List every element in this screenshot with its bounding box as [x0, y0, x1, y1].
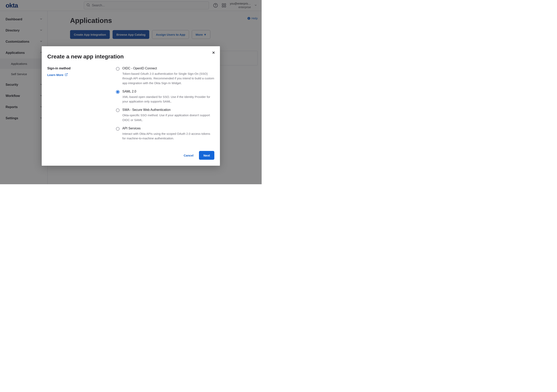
- close-button[interactable]: [212, 51, 215, 56]
- next-button[interactable]: Next: [199, 151, 214, 160]
- signin-method-label: Sign-in method: [47, 67, 109, 70]
- learn-more-text: Learn More: [47, 73, 64, 77]
- radio-option-swa[interactable]: SWA - Secure Web Authentication Okta-spe…: [116, 108, 214, 122]
- radio-icon: [116, 67, 120, 71]
- radio-desc: Interact with Okta APIs using the scoped…: [122, 131, 214, 141]
- learn-more-link[interactable]: Learn More: [47, 73, 68, 77]
- modal-body: Sign-in method Learn More OIDC - OpenID …: [47, 67, 214, 141]
- radio-desc: Okta-specific SSO method. Use if your ap…: [122, 113, 214, 122]
- modal-footer: Cancel Next: [47, 151, 214, 160]
- radio-icon: [116, 90, 120, 94]
- radio-desc: Token-based OAuth 2.0 authentication for…: [122, 71, 214, 85]
- radio-title: SAML 2.0: [122, 90, 214, 93]
- radio-title: SWA - Secure Web Authentication: [122, 108, 214, 112]
- radio-option-api-services[interactable]: API Services Interact with Okta APIs usi…: [116, 127, 214, 141]
- modal-overlay: Create a new app integration Sign-in met…: [0, 0, 262, 184]
- radio-title: OIDC - OpenID Connect: [122, 67, 214, 70]
- modal-title: Create a new app integration: [47, 53, 214, 60]
- modal-right: OIDC - OpenID Connect Token-based OAuth …: [116, 67, 214, 141]
- radio-icon: [116, 127, 120, 131]
- cancel-button[interactable]: Cancel: [182, 152, 195, 159]
- external-link-icon: [65, 73, 68, 77]
- radio-icon: [116, 108, 120, 112]
- modal-left: Sign-in method Learn More: [47, 67, 109, 141]
- radio-option-oidc[interactable]: OIDC - OpenID Connect Token-based OAuth …: [116, 67, 214, 85]
- radio-option-saml[interactable]: SAML 2.0 XML-based open standard for SSO…: [116, 90, 214, 104]
- svg-line-10: [66, 73, 67, 75]
- create-app-modal: Create a new app integration Sign-in met…: [42, 46, 220, 166]
- radio-desc: XML-based open standard for SSO. Use if …: [122, 95, 214, 104]
- radio-title: API Services: [122, 127, 214, 130]
